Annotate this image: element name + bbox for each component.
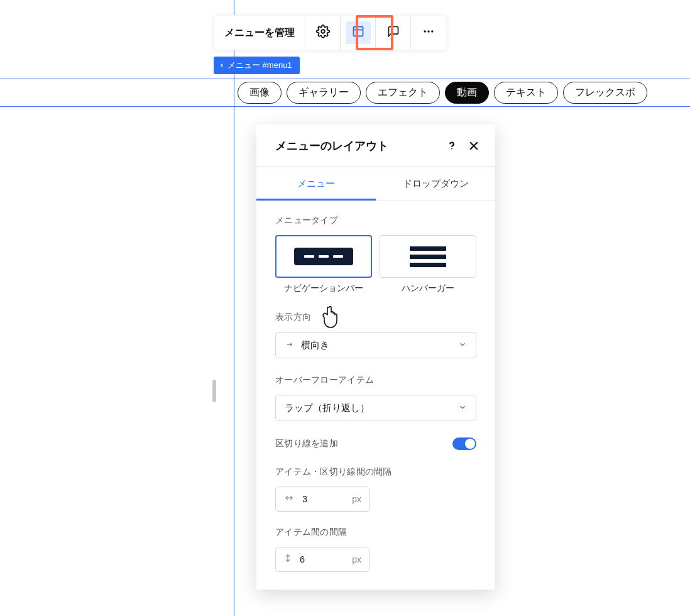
orientation-label: 表示方向	[275, 312, 476, 323]
arrow-right-icon	[285, 340, 295, 350]
navbar-option-label: ナビゲーションバー	[275, 283, 372, 294]
help-icon	[445, 139, 459, 153]
help-button[interactable]	[445, 139, 459, 153]
comment-button[interactable]	[376, 16, 410, 50]
chip-effect[interactable]: エフェクト	[366, 82, 440, 104]
svg-point-7	[451, 148, 452, 150]
vertical-guide	[234, 0, 234, 616]
item-spacing-unit: px	[352, 554, 361, 564]
tab-menu[interactable]: メニュー	[256, 167, 376, 201]
menu-type-label: メニュータイプ	[275, 215, 476, 226]
breadcrumb[interactable]: メニュー #menu1	[214, 57, 300, 74]
chip-flexbox[interactable]: フレックスボ	[563, 82, 647, 104]
svg-rect-1	[353, 27, 363, 36]
item-spacing-input[interactable]: 6 px	[275, 547, 370, 572]
navbar-icon	[294, 248, 353, 265]
overflow-select[interactable]: ラップ（折り返し）	[275, 395, 476, 421]
menu-type-navbar[interactable]	[275, 235, 372, 278]
tab-dropdown[interactable]: ドロップダウン	[376, 167, 495, 201]
chevron-down-icon	[458, 403, 467, 414]
menu-type-hamburger[interactable]	[380, 235, 476, 278]
item-sep-spacing-label: アイテム・区切り線間の間隔	[275, 466, 476, 478]
more-button[interactable]	[411, 16, 446, 50]
item-spacing-value: 6	[300, 554, 344, 564]
svg-point-5	[427, 30, 429, 32]
section-border-top	[0, 79, 690, 79]
comment-icon	[387, 25, 400, 40]
hamburger-icon	[410, 246, 446, 267]
orientation-value: 横向き	[301, 339, 329, 351]
manage-menu-button[interactable]: メニューを管理	[214, 16, 305, 50]
chevron-left-icon	[219, 62, 225, 69]
chevron-down-icon	[458, 340, 467, 351]
chip-image[interactable]: 画像	[238, 82, 282, 104]
element-toolbar: メニューを管理	[214, 15, 447, 50]
category-chips: 画像 ギャラリー エフェクト 動画 テキスト フレックスボ	[238, 82, 690, 104]
section-border-bottom	[0, 106, 690, 107]
chip-gallery[interactable]: ギャラリー	[287, 82, 361, 104]
item-spacing-label: アイテム間の間隔	[275, 527, 476, 538]
overflow-label: オーバーフローアイテム	[275, 375, 476, 386]
layout-button[interactable]	[341, 16, 375, 50]
layout-icon	[352, 25, 364, 40]
menu-layout-panel: メニューのレイアウト メニュー ドロップダウン メニュータイプ	[256, 124, 495, 590]
chip-text[interactable]: テキスト	[494, 82, 558, 104]
item-sep-spacing-input[interactable]: 3 px	[275, 487, 370, 512]
svg-point-6	[431, 30, 433, 32]
more-icon	[422, 25, 435, 40]
panel-tabs: メニュー ドロップダウン	[256, 167, 495, 201]
item-sep-spacing-unit: px	[352, 494, 361, 504]
drag-handle[interactable]	[212, 380, 216, 402]
settings-button[interactable]	[305, 16, 340, 50]
close-button[interactable]	[468, 140, 480, 152]
svg-point-0	[321, 30, 325, 33]
separator-label: 区切り線を追加	[275, 438, 338, 449]
chip-video[interactable]: 動画	[445, 82, 489, 104]
orientation-select[interactable]: 横向き	[275, 332, 476, 358]
horizontal-resize-icon	[283, 493, 295, 505]
panel-title: メニューのレイアウト	[275, 138, 388, 153]
separator-toggle[interactable]	[452, 437, 476, 450]
svg-point-4	[424, 30, 426, 32]
close-icon	[468, 140, 480, 152]
panel-header: メニューのレイアウト	[256, 124, 495, 167]
breadcrumb-label: メニュー #menu1	[227, 60, 292, 71]
vertical-resize-icon	[283, 553, 292, 566]
gear-icon	[316, 25, 330, 41]
toggle-knob	[465, 439, 475, 449]
item-sep-spacing-value: 3	[302, 494, 344, 504]
manage-menu-label: メニューを管理	[224, 26, 295, 40]
overflow-value: ラップ（折り返し）	[285, 402, 370, 414]
hamburger-option-label: ハンバーガー	[380, 283, 476, 294]
